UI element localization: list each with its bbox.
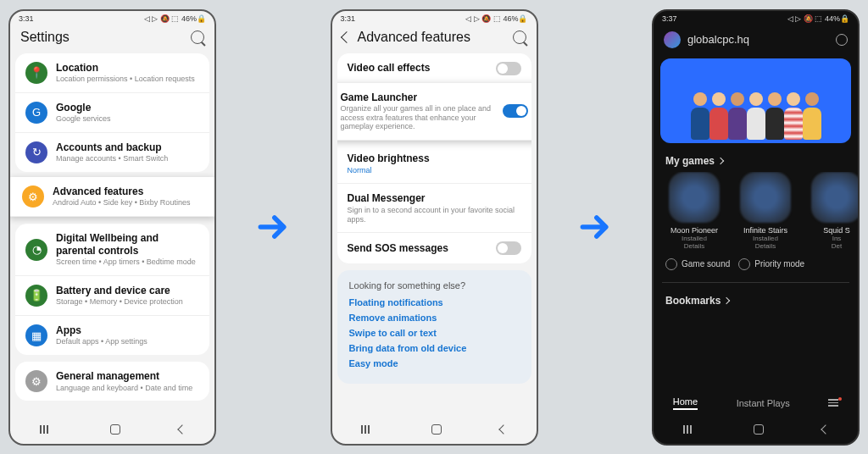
username: globalcpc.hq xyxy=(687,33,829,46)
nav-back-icon[interactable] xyxy=(177,424,186,434)
game-status: Installed xyxy=(662,235,726,242)
bookmarks-header[interactable]: Bookmarks xyxy=(654,286,858,312)
nav-recent-icon[interactable] xyxy=(40,425,52,434)
nav-back-icon[interactable] xyxy=(821,424,830,434)
avatar[interactable] xyxy=(664,31,681,48)
row-subtitle: Normal xyxy=(348,166,521,175)
suggest-link[interactable]: Swipe to call or text xyxy=(349,328,520,338)
game-sound-button[interactable]: Game sound xyxy=(665,258,730,270)
feature-row-0[interactable]: Video call effects xyxy=(337,53,531,85)
suggest-link[interactable]: Bring data from old device xyxy=(349,343,520,353)
row-title: Apps xyxy=(56,324,199,336)
arrow-icon xyxy=(252,206,294,248)
game-name: Squid S xyxy=(804,226,858,235)
status-bar: 3:31 ◁ ▷ 🔕 ⬚ 46%🔒 xyxy=(332,11,537,25)
row-subtitle: Organize all your games all in one place… xyxy=(341,104,494,131)
status-right: ◁ ▷ 🔕 ⬚ 44%🔒 xyxy=(787,14,849,23)
settings-row-c0[interactable]: ⚙ General management Language and keyboa… xyxy=(15,362,209,401)
banner-person xyxy=(800,92,824,143)
page-title: Advanced features xyxy=(358,30,506,45)
game-icon xyxy=(811,172,858,223)
game-icon xyxy=(669,172,720,223)
nav-home-icon[interactable] xyxy=(110,424,120,435)
nav-recent-icon[interactable] xyxy=(683,425,695,434)
settings-row-b2[interactable]: ▦ Apps Default apps • App settings xyxy=(15,316,209,355)
row-title: Battery and device care xyxy=(56,285,199,296)
settings-row-b0[interactable]: ◔ Digital Wellbeing and parental control… xyxy=(15,224,209,276)
back-icon[interactable] xyxy=(340,30,352,42)
status-bar: 3:37 ◁ ▷ 🔕 ⬚ 44%🔒 xyxy=(654,11,858,25)
row-subtitle: Screen time • App timers • Bedtime mode xyxy=(56,257,199,267)
feature-row-3[interactable]: Dual MessengerSign in to a second accoun… xyxy=(337,184,531,233)
toggle[interactable] xyxy=(496,241,521,255)
game-details: Det xyxy=(804,242,858,250)
feature-row-2[interactable]: Video brightnessNormal xyxy=(337,144,531,184)
toggle[interactable] xyxy=(503,104,528,118)
status-bar: 3:31 ◁ ▷ 🔕 ⬚ 46%🔒 xyxy=(10,11,214,25)
row-title: Video call effects xyxy=(348,62,487,74)
settings-row-advanced-features[interactable]: ⚙ Advanced features Android Auto • Side … xyxy=(10,177,214,217)
row-title: Video brightness xyxy=(348,152,521,164)
nav-home-icon[interactable] xyxy=(431,424,442,435)
arrow-icon xyxy=(574,206,616,248)
chevron-right-icon xyxy=(723,296,730,303)
row-icon: 📍 xyxy=(25,62,47,84)
row-title: Dual Messenger xyxy=(348,192,521,204)
row-title: General management xyxy=(56,370,199,382)
android-navbar xyxy=(10,415,214,444)
row-icon: ▦ xyxy=(25,324,47,346)
game-status: Ins xyxy=(804,235,858,242)
phone-game-launcher: 3:37 ◁ ▷ 🔕 ⬚ 44%🔒 globalcpc.hq My games xyxy=(652,9,860,446)
game-tile[interactable]: Infinite Stairs Installed Details xyxy=(733,172,798,250)
nav-back-icon[interactable] xyxy=(498,424,508,434)
my-games-header[interactable]: My games xyxy=(654,147,858,172)
android-navbar xyxy=(332,415,537,444)
row-title: Location xyxy=(56,62,199,74)
game-tile[interactable]: Squid S Ins Det xyxy=(804,172,858,250)
row-title: Advanced features xyxy=(53,185,203,197)
row-icon: G xyxy=(25,102,47,124)
suggest-link[interactable]: Floating notifications xyxy=(349,297,520,307)
row-subtitle: Google services xyxy=(56,114,199,124)
game-tile[interactable]: Moon Pioneer Installed Details xyxy=(662,172,726,250)
row-title: Accounts and backup xyxy=(56,141,199,153)
suggest-link[interactable]: Remove animations xyxy=(349,313,520,323)
row-title: Send SOS messages xyxy=(348,242,487,254)
settings-row-2[interactable]: ↻ Accounts and backup Manage accounts • … xyxy=(15,133,209,172)
nav-recent-icon[interactable] xyxy=(361,425,373,434)
game-name: Infinite Stairs xyxy=(733,226,798,235)
search-icon[interactable] xyxy=(513,30,526,44)
menu-icon[interactable] xyxy=(828,399,838,407)
row-subtitle: Language and keyboard • Date and time xyxy=(56,384,199,393)
search-icon[interactable] xyxy=(191,30,204,44)
tab-home[interactable]: Home xyxy=(673,396,698,410)
row-title: Game Launcher xyxy=(341,91,494,103)
timer-icon[interactable] xyxy=(836,34,848,46)
sound-icon xyxy=(665,258,677,270)
suggest-link[interactable]: Easy mode xyxy=(349,358,520,368)
settings-row-b1[interactable]: 🔋 Battery and device care Storage • Memo… xyxy=(15,276,209,316)
row-subtitle: Location permissions • Location requests xyxy=(56,75,199,84)
row-icon: ◔ xyxy=(25,239,47,261)
row-icon: 🔋 xyxy=(25,285,47,307)
suggestions-card: Looking for something else? Floating not… xyxy=(337,270,531,384)
toggle[interactable] xyxy=(496,62,521,75)
nav-home-icon[interactable] xyxy=(754,424,764,435)
tab-instant-plays[interactable]: Instant Plays xyxy=(737,398,790,408)
row-icon: ⚙ xyxy=(25,370,47,392)
game-name: Moon Pioneer xyxy=(662,226,726,235)
row-subtitle: Sign in to a second account in your favo… xyxy=(348,206,521,224)
row-subtitle: Android Auto • Side key • Bixby Routines xyxy=(53,198,203,208)
settings-row-1[interactable]: G Google Google services xyxy=(15,93,209,133)
status-time: 3:37 xyxy=(662,14,677,23)
promo-banner[interactable] xyxy=(660,58,851,143)
settings-row-0[interactable]: 📍 Location Location permissions • Locati… xyxy=(15,53,209,93)
status-time: 3:31 xyxy=(19,14,34,23)
advanced-features-icon: ⚙ xyxy=(22,185,44,208)
android-navbar xyxy=(654,415,858,444)
feature-row-4[interactable]: Send SOS messages xyxy=(337,233,531,263)
priority-mode-button[interactable]: Priority mode xyxy=(738,258,804,270)
feature-row-1[interactable]: Game LauncherOrganize all your games all… xyxy=(337,83,531,141)
phone-advanced-features: 3:31 ◁ ▷ 🔕 ⬚ 46%🔒 Advanced features Vide… xyxy=(331,9,538,446)
suggestions-title: Looking for something else? xyxy=(349,280,520,291)
